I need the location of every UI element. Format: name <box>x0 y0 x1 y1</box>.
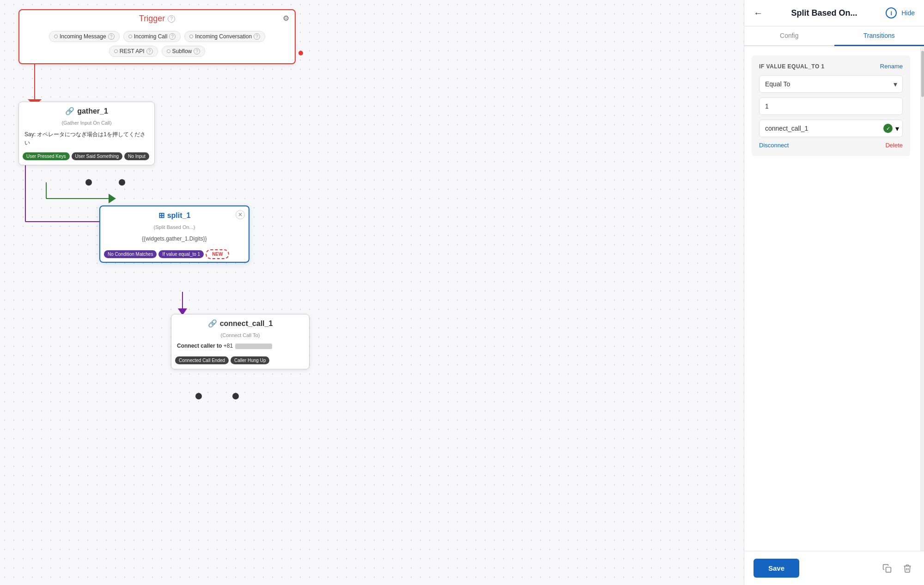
save-button[interactable]: Save <box>754 559 799 578</box>
pill-help-icon[interactable]: ? <box>169 33 176 40</box>
gather-icon: 🔗 <box>65 107 74 115</box>
connect-title: connect_call_1 <box>220 320 273 328</box>
pill-dot <box>128 35 132 38</box>
trigger-settings-icon[interactable]: ⚙ <box>283 14 289 23</box>
tag-connected-call-ended[interactable]: Connected Call Ended <box>175 356 229 364</box>
tab-config-label: Config <box>780 32 798 39</box>
pill-dot <box>54 35 58 38</box>
panel-info-button[interactable]: i <box>886 7 897 18</box>
svg-rect-19 <box>886 567 891 572</box>
pill-help-icon[interactable]: ? <box>108 33 115 40</box>
trigger-pill-incoming-call[interactable]: Incoming Call ? <box>123 31 181 42</box>
delete-link[interactable]: Delete <box>885 142 903 149</box>
connect-phone-blurred <box>235 344 272 349</box>
tag-no-condition[interactable]: No Condition Matches <box>104 250 157 258</box>
pill-label: REST API <box>120 48 145 54</box>
trash-icon <box>903 564 912 573</box>
footer-icons <box>880 561 915 576</box>
pill-label: Incoming Conversation <box>195 33 252 40</box>
gather-node-header: 🔗 gather_1 <box>19 102 154 120</box>
tag-user-said-something[interactable]: User Said Something <box>72 152 123 160</box>
connect-node-header: 🔗 connect_call_1 <box>171 314 309 332</box>
trigger-help-icon[interactable]: ? <box>168 15 175 23</box>
connect-node: 🔗 connect_call_1 (Connect Call To) Conne… <box>171 314 310 369</box>
panel-hide-button[interactable]: Hide <box>901 9 915 17</box>
split-icon: ⊞ <box>158 211 164 220</box>
transition-block-1: IF VALUE EQUAL_TO 1 Rename Equal To Not … <box>752 55 910 156</box>
panel-header: ← Split Based On... i Hide <box>744 0 924 26</box>
widget-select-icons: ✓ ▾ <box>883 124 899 133</box>
panel-content: IF VALUE EQUAL_TO 1 Rename Equal To Not … <box>744 46 920 551</box>
panel-scrollbar-thumb <box>921 51 924 97</box>
trigger-header: Trigger ? ⚙ <box>19 10 295 27</box>
panel-tabs: Config Transitions <box>744 26 924 46</box>
svg-point-18 <box>232 393 239 399</box>
tag-caller-hung-up[interactable]: Caller Hung Up <box>231 356 269 364</box>
pill-help-icon[interactable]: ? <box>146 48 153 54</box>
connect-body: Connect caller to +81 <box>171 341 309 353</box>
tag-new[interactable]: NEW <box>206 249 229 259</box>
pill-label: Incoming Call <box>134 33 168 40</box>
trigger-pill-subflow[interactable]: Subflow ? <box>162 46 206 57</box>
split-subtitle: (Split Based On...) <box>100 224 249 230</box>
trigger-pill-rest-api[interactable]: REST API ? <box>109 46 158 57</box>
trigger-node: Trigger ? ⚙ Incoming Message ? Incoming … <box>18 9 296 64</box>
svg-point-12 <box>85 179 92 186</box>
pill-label: Incoming Message <box>60 33 106 40</box>
condition-value-input[interactable] <box>759 97 903 115</box>
svg-point-3 <box>298 51 303 55</box>
tag-if-value[interactable]: If value equal_to 1 <box>158 250 204 258</box>
svg-point-17 <box>195 393 202 399</box>
panel-title: Split Based On... <box>767 8 881 18</box>
transition-block-title: IF VALUE EQUAL_TO 1 <box>759 63 825 70</box>
tab-config[interactable]: Config <box>744 26 834 46</box>
canvas-area: Trigger ? ⚙ Incoming Message ? Incoming … <box>0 0 744 585</box>
tab-transitions[interactable]: Transitions <box>834 26 924 46</box>
split-tags: No Condition Matches If value equal_to 1… <box>100 247 249 262</box>
gather-node: 🔗 gather_1 (Gather Input On Call) Say: オ… <box>18 102 155 165</box>
split-node: ✕ ⊞ split_1 (Split Based On...) {{widget… <box>99 205 249 263</box>
transition-block-header: IF VALUE EQUAL_TO 1 Rename <box>759 63 903 70</box>
split-close-button[interactable]: ✕ <box>236 210 245 219</box>
connect-phone-prefix: +81 <box>224 343 233 349</box>
pill-dot <box>167 49 170 53</box>
pill-dot <box>114 49 118 53</box>
pill-help-icon[interactable]: ? <box>254 33 260 40</box>
tag-user-pressed-keys[interactable]: User Pressed Keys <box>23 152 70 160</box>
widget-select-arrow: ▾ <box>895 124 899 133</box>
gather-body: Say: オペレータにつなぎ場合は1を押してください <box>19 128 154 149</box>
panel-back-button[interactable]: ← <box>754 8 763 18</box>
copy-icon <box>882 564 892 573</box>
gather-title: gather_1 <box>77 107 108 115</box>
rename-link[interactable]: Rename <box>880 63 903 70</box>
condition-select[interactable]: Equal To Not Equal To Greater Than Less … <box>759 75 903 93</box>
pill-label: Subflow <box>172 48 192 54</box>
svg-point-13 <box>119 179 125 186</box>
connect-icon: 🔗 <box>208 319 217 328</box>
connect-subtitle: (Connect Call To) <box>171 332 309 338</box>
trigger-pill-incoming-message[interactable]: Incoming Message ? <box>49 31 120 42</box>
connect-tags: Connected Call Ended Caller Hung Up <box>171 353 309 365</box>
tag-no-input[interactable]: No Input <box>124 152 149 160</box>
trigger-pill-incoming-conversation[interactable]: Incoming Conversation ? <box>184 31 265 42</box>
condition-select-wrapper: Equal To Not Equal To Greater Than Less … <box>759 75 903 93</box>
widget-select[interactable]: connect_call_1 <box>759 120 903 137</box>
split-node-header: ⊞ split_1 <box>100 206 249 224</box>
trigger-title: Trigger <box>139 14 165 24</box>
widget-select-wrapper: connect_call_1 ✓ ▾ <box>759 120 903 137</box>
panel-scrollbar[interactable] <box>920 46 924 551</box>
transition-actions: Disconnect Delete <box>759 142 903 149</box>
right-panel: ← Split Based On... i Hide « Config Tran… <box>744 0 924 585</box>
green-check-icon: ✓ <box>883 124 893 133</box>
trash-button[interactable] <box>900 561 915 576</box>
gather-subtitle: (Gather Input On Call) <box>19 120 154 126</box>
split-body: {{widgets.gather_1.Digits}} <box>100 233 249 247</box>
trigger-pills: Incoming Message ? Incoming Call ? Incom… <box>19 27 295 63</box>
copy-button[interactable] <box>880 561 894 576</box>
panel-footer: Save <box>744 551 924 585</box>
connector-lines <box>0 0 744 585</box>
gather-tags: User Pressed Keys User Said Something No… <box>19 149 154 161</box>
pill-help-icon[interactable]: ? <box>194 48 200 54</box>
disconnect-link[interactable]: Disconnect <box>759 142 789 149</box>
connect-body-label: Connect caller to <box>177 343 222 349</box>
